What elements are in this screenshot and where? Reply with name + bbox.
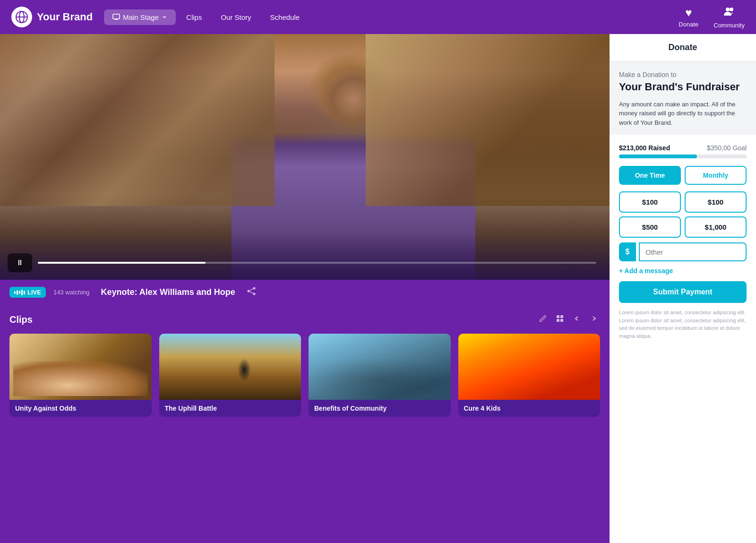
clip-label-4: Cure 4 Kids bbox=[458, 400, 601, 417]
svg-line-10 bbox=[249, 289, 253, 291]
clip-thumb-3 bbox=[309, 334, 451, 400]
progress-section: $213,000 Raised $350,00 Goal bbox=[619, 144, 747, 158]
clip-card-3[interactable]: Benefits of Community bbox=[309, 334, 451, 417]
svg-rect-15 bbox=[560, 319, 563, 322]
nav-tab-main-stage[interactable]: Main Stage bbox=[104, 9, 176, 25]
progress-labels: $213,000 Raised $350,00 Goal bbox=[619, 144, 747, 152]
amount-grid: $100 $100 $500 $1,000 bbox=[619, 191, 747, 238]
brand-icon bbox=[11, 7, 32, 27]
heart-icon: ♥ bbox=[685, 6, 692, 19]
main-stage-icon bbox=[112, 13, 120, 21]
main-layout: ⏸ LIVE 143 watching Keynote: Ale bbox=[0, 34, 756, 543]
nav-tab-schedule[interactable]: Schedule bbox=[262, 9, 309, 25]
video-progress-bar[interactable] bbox=[38, 262, 596, 264]
dropdown-arrow-icon bbox=[162, 14, 167, 20]
header: Your Brand Main Stage Clips Our Story Sc… bbox=[0, 0, 756, 34]
prev-clips-button[interactable] bbox=[571, 312, 583, 327]
clips-section: Clips bbox=[0, 305, 610, 543]
svg-rect-3 bbox=[113, 14, 120, 19]
video-info-bar: LIVE 143 watching Keynote: Alex Williams… bbox=[0, 280, 610, 305]
video-progress-fill bbox=[38, 262, 206, 264]
svg-rect-14 bbox=[557, 319, 559, 322]
donate-description: Any amount can make an impact. All of th… bbox=[619, 100, 747, 128]
clips-title: Clips bbox=[9, 314, 33, 325]
add-message-link[interactable]: + Add a message bbox=[619, 267, 747, 275]
other-amount-row: $ bbox=[619, 242, 747, 261]
nav-tabs: Main Stage Clips Our Story Schedule bbox=[104, 9, 679, 25]
legal-text: Lorem ipsum dolor sit amet, consectetur … bbox=[619, 309, 747, 340]
progress-track bbox=[619, 155, 747, 158]
other-amount-input[interactable] bbox=[639, 242, 747, 261]
clip-label-2: The Uphill Battle bbox=[159, 400, 301, 417]
clips-header: Clips bbox=[9, 312, 600, 327]
one-time-button[interactable]: One Time bbox=[619, 166, 681, 185]
community-icon bbox=[723, 5, 735, 20]
header-right: ♥ Donate Community bbox=[679, 5, 745, 29]
amount-button-500[interactable]: $500 bbox=[619, 216, 681, 238]
svg-rect-4 bbox=[115, 19, 118, 20]
donate-header-action[interactable]: ♥ Donate bbox=[679, 6, 698, 28]
amount-button-100-2[interactable]: $100 bbox=[685, 191, 747, 213]
brand-name: Your Brand bbox=[37, 11, 93, 23]
donate-main-title: Your Brand's Fundraiser bbox=[619, 80, 747, 94]
clip-thumb-4 bbox=[458, 334, 601, 400]
clip-thumb-1 bbox=[9, 334, 152, 400]
monthly-button[interactable]: Monthly bbox=[685, 166, 747, 185]
nav-tab-our-story[interactable]: Our Story bbox=[212, 9, 259, 25]
clip-card-1[interactable]: Unity Against Odds bbox=[9, 334, 152, 417]
clip-card-4[interactable]: Cure 4 Kids bbox=[458, 334, 601, 417]
video-player[interactable]: ⏸ bbox=[0, 34, 610, 280]
svg-point-9 bbox=[253, 293, 255, 295]
clip-thumb-2 bbox=[159, 334, 301, 400]
donate-panel-header: Donate bbox=[610, 34, 756, 61]
video-controls-bar: ⏸ bbox=[8, 253, 602, 272]
submit-payment-button[interactable]: Submit Payment bbox=[619, 281, 747, 303]
clips-controls bbox=[537, 312, 600, 327]
svg-rect-12 bbox=[557, 315, 559, 318]
donate-body: $213,000 Raised $350,00 Goal One Time Mo… bbox=[610, 135, 756, 543]
frequency-buttons: One Time Monthly bbox=[619, 166, 747, 185]
donate-subtitle: Make a Donation to bbox=[619, 71, 747, 78]
svg-point-6 bbox=[730, 8, 733, 11]
live-wave-icon bbox=[14, 290, 25, 295]
grid-view-button[interactable] bbox=[554, 312, 566, 327]
clips-grid: Unity Against Odds The Uphill Battle Ben… bbox=[9, 334, 600, 417]
watching-count: 143 watching bbox=[53, 289, 90, 296]
video-area: ⏸ LIVE 143 watching Keynote: Ale bbox=[0, 34, 610, 543]
community-header-action[interactable]: Community bbox=[713, 5, 745, 29]
clip-label-1: Unity Against Odds bbox=[9, 400, 152, 417]
svg-point-7 bbox=[253, 287, 255, 290]
live-badge: LIVE bbox=[9, 287, 46, 298]
raised-label: $213,000 Raised bbox=[619, 144, 670, 152]
svg-point-5 bbox=[726, 8, 730, 11]
svg-point-8 bbox=[247, 290, 249, 293]
clip-card-2[interactable]: The Uphill Battle bbox=[159, 334, 301, 417]
amount-button-100-1[interactable]: $100 bbox=[619, 191, 681, 213]
clip-label-3: Benefits of Community bbox=[309, 400, 451, 417]
brand-logo[interactable]: Your Brand bbox=[11, 7, 93, 27]
dollar-sign: $ bbox=[619, 242, 636, 261]
donate-intro: Make a Donation to Your Brand's Fundrais… bbox=[610, 61, 756, 135]
nav-tab-clips[interactable]: Clips bbox=[178, 9, 210, 25]
share-icon[interactable] bbox=[247, 286, 256, 298]
progress-fill bbox=[619, 155, 697, 158]
stream-title: Keynote: Alex Williams and Hope bbox=[101, 287, 235, 297]
amount-button-1000[interactable]: $1,000 bbox=[685, 216, 747, 238]
donate-panel: Donate Make a Donation to Your Brand's F… bbox=[610, 34, 756, 543]
next-clips-button[interactable] bbox=[588, 312, 600, 327]
edit-clips-button[interactable] bbox=[537, 312, 549, 327]
pause-button[interactable]: ⏸ bbox=[8, 253, 32, 272]
goal-label: $350,00 Goal bbox=[707, 144, 747, 152]
svg-line-11 bbox=[249, 292, 253, 293]
svg-rect-13 bbox=[560, 315, 563, 318]
